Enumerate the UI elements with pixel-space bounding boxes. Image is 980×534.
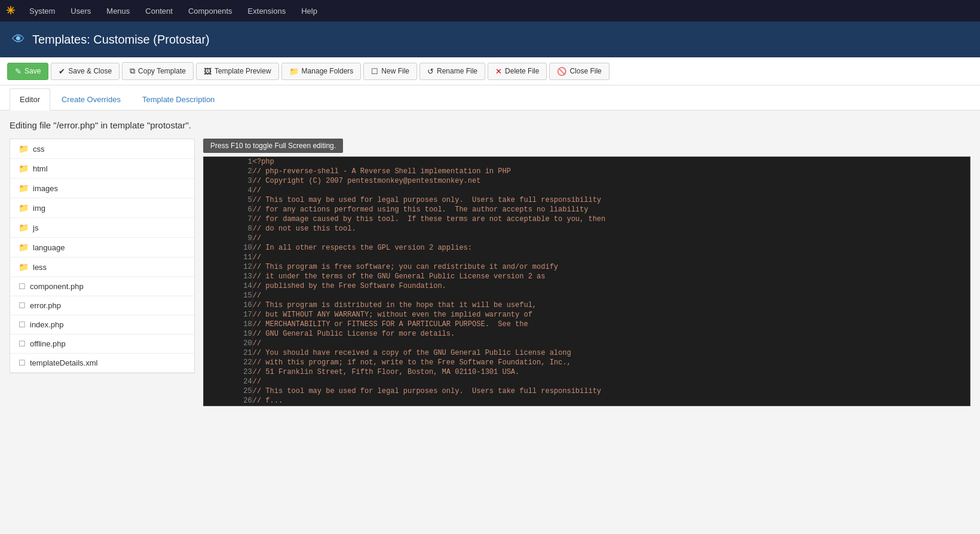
line-number: 13 <box>204 272 252 281</box>
line-code: // <box>252 234 970 243</box>
file-offline-php[interactable]: ☐ offline.php <box>10 334 194 354</box>
line-number: 3 <box>204 176 252 186</box>
nav-help[interactable]: Help <box>294 3 324 19</box>
folder-less[interactable]: 📁 less <box>10 257 194 277</box>
table-row: 20// <box>204 339 970 348</box>
line-code: // In all other respects the GPL version… <box>252 243 970 253</box>
table-row: 11// <box>204 253 970 262</box>
folder-images[interactable]: 📁 images <box>10 179 194 198</box>
folder-icon-img: 📁 <box>19 203 29 213</box>
folder-icon-css: 📁 <box>19 144 29 154</box>
line-number: 5 <box>204 195 252 205</box>
line-code: // <box>252 253 970 262</box>
table-row: 2// php-reverse-shell - A Reverse Shell … <box>204 167 970 176</box>
line-number: 9 <box>204 234 252 243</box>
table-row: 6// for any actions performed using this… <box>204 205 970 214</box>
line-code: // it under the terms of the GNU General… <box>252 272 970 281</box>
new-file-button[interactable]: ☐ New File <box>363 63 417 80</box>
line-code: // <box>252 186 970 195</box>
toolbar: ✎ Save ✔ Save & Close ⧉ Copy Template 🖼 … <box>0 57 980 85</box>
folder-icon-js: 📁 <box>19 223 29 232</box>
nav-content[interactable]: Content <box>138 3 180 19</box>
table-row: 4// <box>204 186 970 195</box>
close-file-button[interactable]: 🚫 Close File <box>549 63 609 80</box>
folder-language[interactable]: 📁 language <box>10 238 194 257</box>
copy-icon: ⧉ <box>130 66 135 76</box>
line-number: 2 <box>204 167 252 176</box>
line-code: // Copyright (C) 2007 pentestmonkey@pent… <box>252 176 970 186</box>
file-template-details-xml[interactable]: ☐ templateDetails.xml <box>10 354 194 373</box>
nav-extensions[interactable]: Extensions <box>241 3 293 19</box>
tab-template-description[interactable]: Template Description <box>132 88 225 110</box>
table-row: 16// This program is distributed in the … <box>204 300 970 310</box>
line-code: // <box>252 339 970 348</box>
line-code: <?php <box>252 157 970 167</box>
table-row: 10// In all other respects the GPL versi… <box>204 243 970 253</box>
folder-icon-language: 📁 <box>19 243 29 252</box>
tab-create-overrides[interactable]: Create Overrides <box>51 88 131 110</box>
file-icon-template-details: ☐ <box>19 358 26 367</box>
file-icon-component: ☐ <box>19 282 26 291</box>
top-navigation: ✳ System Users Menus Content Components … <box>0 0 980 22</box>
line-code: // This program is free software; you ca… <box>252 262 970 272</box>
folder-css[interactable]: 📁 css <box>10 139 194 159</box>
file-template-details-xml-label: templateDetails.xml <box>30 358 97 367</box>
folder-icon: 📁 <box>289 67 299 76</box>
file-error-php[interactable]: ☐ error.php <box>10 296 194 315</box>
template-preview-label: Template Preview <box>215 67 271 75</box>
editor-container: 📁 css 📁 html 📁 images 📁 img 📁 js 📁 l <box>10 139 970 406</box>
folder-less-label: less <box>33 263 47 272</box>
line-code: // but WITHOUT ANY WARRANTY; without eve… <box>252 310 970 320</box>
file-index-php-label: index.php <box>30 320 63 329</box>
folder-js[interactable]: 📁 js <box>10 218 194 238</box>
line-code: // <box>252 377 970 386</box>
joomla-logo: ✳ <box>6 4 15 17</box>
table-row: 5// This tool may be used for legal purp… <box>204 195 970 205</box>
line-number: 4 <box>204 186 252 195</box>
close-file-label: Close File <box>569 67 601 75</box>
file-offline-php-label: offline.php <box>30 339 66 348</box>
line-code: // MERCHANTABILITY or FITNESS FOR A PART… <box>252 320 970 329</box>
folder-icon-less: 📁 <box>19 262 29 272</box>
line-number: 24 <box>204 377 252 386</box>
line-number: 17 <box>204 310 252 320</box>
line-number: 8 <box>204 224 252 234</box>
table-row: 24// <box>204 377 970 386</box>
save-close-button[interactable]: ✔ Save & Close <box>51 63 120 80</box>
line-code: // for damage caused by this tool. If th… <box>252 214 970 224</box>
folder-img-label: img <box>33 204 45 213</box>
folder-img[interactable]: 📁 img <box>10 198 194 218</box>
manage-folders-label: Manage Folders <box>302 67 354 75</box>
delete-file-button[interactable]: ✕ Delete File <box>488 63 547 80</box>
line-code: // This tool may be used for legal purpo… <box>252 386 970 396</box>
line-code: // f... <box>252 396 970 406</box>
nav-system[interactable]: System <box>22 3 62 19</box>
tab-editor[interactable]: Editor <box>10 88 50 111</box>
folder-html[interactable]: 📁 html <box>10 159 194 179</box>
nav-users[interactable]: Users <box>63 3 98 19</box>
table-row: 23// 51 Franklin Street, Fifth Floor, Bo… <box>204 367 970 377</box>
rename-file-button[interactable]: ↺ Rename File <box>419 63 485 80</box>
folder-html-label: html <box>33 164 48 173</box>
save-button[interactable]: ✎ Save <box>7 63 48 80</box>
line-code: // for any actions performed using this … <box>252 205 970 214</box>
nav-menus[interactable]: Menus <box>99 3 137 19</box>
line-number: 21 <box>204 348 252 358</box>
copy-template-button[interactable]: ⧉ Copy Template <box>122 62 194 80</box>
line-number: 6 <box>204 205 252 214</box>
file-component-php[interactable]: ☐ component.php <box>10 277 194 296</box>
nav-components[interactable]: Components <box>181 3 240 19</box>
code-table: 1<?php2// php-reverse-shell - A Reverse … <box>204 157 970 406</box>
table-row: 1<?php <box>204 157 970 167</box>
table-row: 17// but WITHOUT ANY WARRANTY; without e… <box>204 310 970 320</box>
folder-images-label: images <box>33 184 58 193</box>
file-index-php[interactable]: ☐ index.php <box>10 315 194 334</box>
template-preview-button[interactable]: 🖼 Template Preview <box>196 63 279 80</box>
line-number: 16 <box>204 300 252 310</box>
manage-folders-button[interactable]: 📁 Manage Folders <box>281 63 362 80</box>
table-row: 19// GNU General Public License for more… <box>204 329 970 339</box>
line-code: // You should have received a copy of th… <box>252 348 970 358</box>
line-code: // <box>252 291 970 300</box>
code-editor[interactable]: 1<?php2// php-reverse-shell - A Reverse … <box>203 156 970 406</box>
page-header: 👁 Templates: Customise (Protostar) <box>0 22 980 57</box>
